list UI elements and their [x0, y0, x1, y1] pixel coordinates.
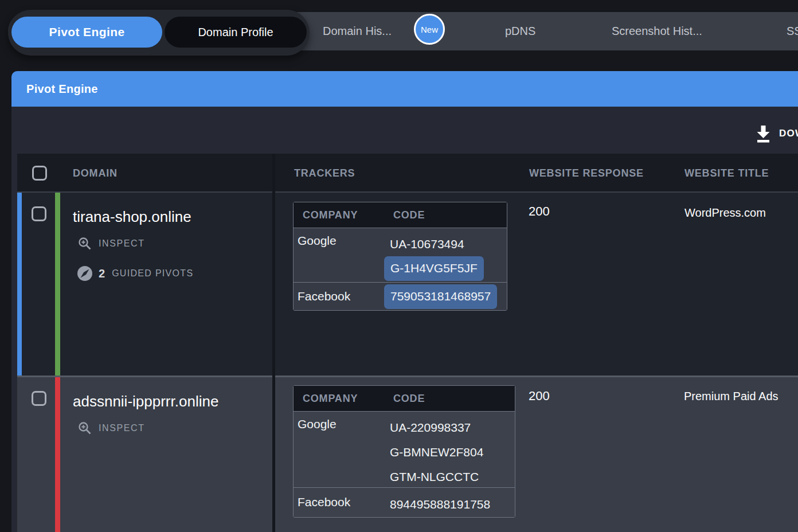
tab-screenshot-history[interactable]: Screenshot Hist... — [612, 12, 702, 50]
domain-link[interactable]: adssnnii-ippprrr.online — [73, 393, 218, 410]
tracker-code: GTM-NLGCCTC — [390, 464, 515, 489]
website-response-value: 200 — [529, 204, 550, 219]
tab-pdns[interactable]: pDNS — [505, 12, 535, 50]
column-header-domain[interactable]: DOMAIN — [73, 154, 118, 193]
tracker-company: Facebook — [298, 488, 390, 517]
inspect-label: INSPECT — [99, 423, 145, 433]
table-header: DOMAIN TRACKERS WEBSITE RESPONSE WEBSITE… — [17, 154, 798, 193]
new-badge: New — [414, 14, 445, 45]
guided-pivots-count: 2 — [99, 267, 105, 280]
row-checkbox[interactable] — [32, 391, 46, 406]
column-header-website-title[interactable]: WEBSITE TITLE — [684, 154, 769, 193]
inspect-button[interactable]: INSPECT — [78, 237, 145, 251]
panel-title: Pivot Engine — [26, 83, 98, 95]
inspect-button[interactable]: INSPECT — [78, 421, 145, 435]
table-row: adssnnii-ippprrr.online INSPECT COMPANY … — [17, 377, 798, 532]
inspect-label: INSPECT — [99, 238, 145, 249]
trackers-table-header: COMPANY CODE — [294, 386, 515, 412]
website-title-value: WordPress.com — [684, 206, 766, 220]
tracker-row: Google UA-10673494 G-1H4VG5F5JF — [294, 228, 507, 282]
top-nav: Pivot Engine Domain Profile Domain His..… — [8, 12, 798, 50]
tab-domain-history[interactable]: Domain His... — [323, 12, 392, 50]
column-divider — [272, 154, 275, 532]
trackers-table: COMPANY CODE Google UA-10673494 G-1H4VG5… — [293, 202, 507, 311]
tracker-code: 894495888191758 — [390, 492, 515, 517]
tracker-code: UA-220998337 — [390, 415, 515, 440]
tracker-code-highlighted[interactable]: 759053181468957 — [384, 284, 497, 309]
compass-icon — [77, 265, 93, 281]
nav-pill-group: Pivot Engine Domain Profile — [8, 10, 310, 56]
tracker-company: Google — [298, 228, 390, 282]
tracker-code-highlighted[interactable]: G-1H4VG5F5JF — [384, 256, 484, 281]
zoom-in-icon — [78, 421, 92, 435]
trackers-col-code: CODE — [393, 386, 425, 412]
column-header-website-response[interactable]: WEBSITE RESPONSE — [529, 154, 644, 193]
row-checkbox[interactable] — [32, 206, 46, 221]
guided-pivots-button[interactable]: 2 GUIDED PIVOTS — [77, 265, 193, 281]
domain-link[interactable]: tirana-shop.online — [73, 208, 191, 226]
tab-pivot-engine[interactable]: Pivot Engine — [11, 17, 162, 48]
guided-pivots-label: GUIDED PIVOTS — [112, 268, 193, 279]
trackers-col-company: COMPANY — [303, 202, 358, 228]
website-response-value: 200 — [529, 389, 550, 404]
selected-row-indicator — [17, 193, 22, 375]
tracker-company: Google — [298, 412, 390, 487]
tracker-row: Facebook 759053181468957 — [294, 282, 507, 310]
tracker-company: Facebook — [298, 283, 390, 310]
table-row: tirana-shop.online INSPECT 2 GUIDED PIVO… — [17, 193, 798, 375]
panel-title-bar: Pivot Engine — [11, 71, 798, 107]
trackers-table: COMPANY CODE Google UA-220998337 G-BMNEW… — [293, 385, 515, 518]
tracker-code: UA-10673494 — [390, 232, 507, 256]
tab-ssl[interactable]: SSL — [787, 12, 798, 50]
tracker-code: G-BMNEW2F804 — [390, 440, 515, 464]
download-button[interactable]: DOWNLOAD — [756, 122, 798, 145]
row-status-bar-green — [55, 193, 60, 375]
tracker-row: Facebook 894495888191758 — [294, 487, 515, 517]
tracker-row: Google UA-220998337 G-BMNEW2F804 GTM-NLG… — [294, 412, 515, 487]
trackers-col-code: CODE — [393, 202, 425, 228]
download-label: DOWNLOAD — [779, 128, 798, 139]
row-status-bar-red — [55, 377, 60, 532]
download-icon — [756, 124, 771, 143]
website-title-value: Premium Paid Ads — [684, 390, 779, 403]
zoom-in-icon — [78, 237, 92, 251]
tab-domain-profile[interactable]: Domain Profile — [165, 17, 307, 48]
trackers-col-company: COMPANY — [303, 386, 358, 412]
trackers-table-header: COMPANY CODE — [294, 202, 507, 228]
select-all-checkbox[interactable] — [32, 166, 47, 181]
column-header-trackers[interactable]: TRACKERS — [294, 154, 355, 193]
